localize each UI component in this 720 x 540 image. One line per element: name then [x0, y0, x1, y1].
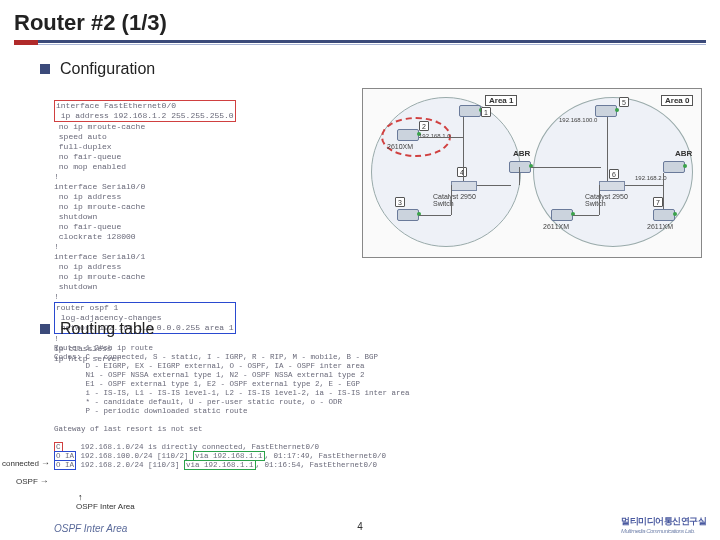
footer-left: OSPF Inter Area	[54, 523, 127, 534]
cfg-l16: interface Serial0/1	[54, 252, 145, 261]
rt-l10mid: 192.168.1.0/24 is directly connected, Fa…	[63, 443, 320, 451]
link-line	[451, 185, 452, 215]
cfg-l17: no ip address	[54, 262, 121, 271]
link-line	[531, 167, 601, 168]
lab-name: 멀티미디어통신연구실	[621, 516, 706, 526]
router-icon	[595, 105, 617, 117]
bullet-icon	[40, 64, 50, 74]
cfg-l13: no fair-queue	[54, 222, 121, 231]
cfg-l10: no ip address	[54, 192, 121, 201]
lab-subtitle: Multimedia Communications Lab.	[621, 528, 706, 534]
configuration-heading: Configuration	[40, 60, 700, 78]
rt-via2-box: via 192.168.1.1	[184, 460, 256, 470]
bullet-icon	[40, 324, 50, 334]
switch-label-1: Catalyst 2950 Switch	[433, 193, 493, 207]
rt-l12mid: 192.168.2.0/24 [110/3]	[76, 461, 184, 469]
title-wrap: Router #2 (1/3)	[0, 0, 720, 46]
switch-label-2: Catalyst 2950 Switch	[585, 193, 645, 207]
link-line	[663, 173, 664, 209]
topology-diagram: Area 1 Area 0 1 2 2610XM 192.168.1.0 3 4…	[362, 88, 702, 258]
rt-l5: E1 - OSPF external type 1, E2 - OSPF ext…	[54, 380, 360, 388]
rt-l11mid: 192.168.100.0/24 [110/2]	[76, 452, 193, 460]
link-line	[625, 185, 663, 186]
rt-l9: Gateway of last resort is not set	[54, 425, 203, 433]
cfg-l6: no fair-queue	[54, 152, 121, 161]
label-connected: connected→	[2, 458, 52, 468]
arrow-up-icon: ↑	[78, 492, 83, 502]
ip-b: 192.168.100.0	[559, 117, 597, 123]
switch-icon	[599, 181, 625, 191]
rt-l3: D - EIGRP, EX - EIGRP external, O - OSPF…	[54, 362, 365, 370]
link-line	[599, 185, 600, 215]
rt-l1: Router_1_2#sh ip route	[54, 344, 153, 352]
rt-l8: P - periodic downloaded static route	[54, 407, 248, 415]
badge-6: 6	[609, 169, 619, 179]
link-line	[477, 185, 511, 186]
dev-2611xm-a: 2611XM	[543, 223, 569, 230]
link-line	[607, 117, 608, 181]
cfg-l1: interface FastEthernet0/0	[56, 101, 176, 110]
arrow-right-icon: →	[40, 476, 49, 486]
badge-3: 3	[395, 197, 405, 207]
cfg-l5: full-duplex	[54, 142, 112, 151]
label-ospf-inter: ↑ OSPF Inter Area	[76, 492, 135, 511]
configuration-label: Configuration	[60, 60, 155, 78]
badge-5: 5	[619, 97, 629, 107]
rt-l6: i - IS-IS, L1 - IS-IS level-1, L2 - IS-I…	[54, 389, 410, 397]
link-line	[573, 215, 599, 216]
area1-oval	[371, 97, 521, 247]
cfg-l4: speed auto	[54, 132, 107, 141]
rt-l7: * - candidate default, U - per-user stat…	[54, 398, 342, 406]
router-icon	[459, 105, 481, 117]
cfg-l15: !	[54, 242, 59, 251]
cfg-l9: interface Serial0/0	[54, 182, 145, 191]
badge-4: 4	[457, 167, 467, 177]
cfg-l11: no ip mroute-cache	[54, 202, 145, 211]
page-title: Router #2 (1/3)	[14, 10, 706, 36]
cfg-l7: no mop enabled	[54, 162, 126, 171]
slide: Router #2 (1/3) Configuration interface …	[0, 0, 720, 540]
rt-l11post: , 01:17:49, FastEthernet0/0	[265, 452, 387, 460]
cfg-l14: clockrate 128000	[54, 232, 136, 241]
link-line	[463, 117, 464, 181]
routing-heading: Routing table	[40, 320, 154, 338]
switch-icon	[451, 181, 477, 191]
badge-7: 7	[653, 197, 663, 207]
rt-OIA2-box: O IA	[54, 460, 76, 470]
footer-right: 멀티미디어통신연구실 Multimedia Communications Lab…	[621, 515, 706, 534]
slide-body: Configuration	[0, 46, 720, 78]
cfg-l19: shutdown	[54, 282, 97, 291]
router-icon	[551, 209, 573, 221]
cfg-l20: !	[54, 292, 59, 301]
rt-l4: N1 - OSPF NSSA external type 1, N2 - OSP…	[54, 371, 365, 379]
ip-a: 192.168.1.0	[419, 133, 451, 139]
area1-label: Area 1	[485, 95, 517, 106]
cfg-l3: no ip mroute-cache	[54, 122, 145, 131]
router-icon	[653, 209, 675, 221]
abr-left: ABR	[513, 149, 530, 158]
underline-marker	[14, 40, 38, 45]
cfg-l21: router ospf 1	[56, 303, 118, 312]
underline-thin	[14, 44, 706, 45]
cfg-l18: no ip mroute-cache	[54, 272, 145, 281]
router-icon	[397, 129, 419, 141]
badge-1: 1	[481, 107, 491, 117]
routing-label: Routing table	[60, 320, 154, 338]
page-number: 4	[357, 521, 363, 532]
link-line	[519, 167, 520, 185]
dev-2611xm-b: 2611XM	[647, 223, 673, 230]
cfg-l2: ip address 192.168.1.2 255.255.255.0	[56, 111, 234, 120]
abr-right: ABR	[675, 149, 692, 158]
underline-thick	[14, 40, 706, 43]
ip-c: 192.168.2.0	[635, 175, 667, 181]
link-line	[419, 137, 463, 138]
router-icon	[509, 161, 531, 173]
area0-label: Area 0	[661, 95, 693, 106]
link-line	[419, 215, 451, 216]
connected-text: connected	[2, 459, 39, 468]
arrow-right-icon: →	[41, 458, 50, 468]
ospf-inter-text: OSPF Inter Area	[76, 502, 135, 511]
rt-l2: Codes: C - connected, S - static, I - IG…	[54, 353, 378, 361]
cfg-l8: !	[54, 172, 59, 181]
ospf-text: OSPF	[16, 477, 38, 486]
